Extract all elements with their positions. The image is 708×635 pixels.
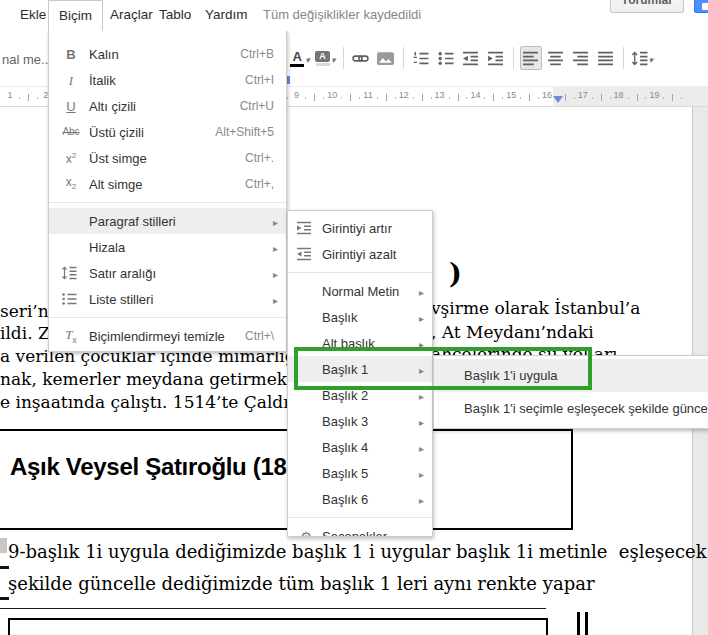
align-left-button[interactable] [520, 46, 542, 70]
align-right-button[interactable] [570, 46, 592, 70]
format-menu: B Kalın Ctrl+B I İtalik Ctrl+I U Altı çi… [48, 30, 287, 352]
menu-item-baslik-6[interactable]: Başlık 6 [288, 486, 432, 512]
menu-tablo[interactable]: Tablo [159, 0, 191, 30]
ruler-dot [19, 97, 20, 99]
ruler-tick [529, 94, 530, 101]
ruler-number: 16 [542, 90, 552, 100]
menu-item-alt-simge[interactable]: x2 Alt simge Ctrl+, [49, 171, 286, 197]
ruler-number: 18 [614, 90, 624, 100]
italic-icon: I [59, 74, 83, 87]
menu-item-baslik[interactable]: Başlık [288, 304, 432, 330]
ruler-dot [341, 97, 342, 99]
ruler-tick [386, 94, 387, 101]
ruler-tick [601, 94, 602, 101]
line-spacing-icon [631, 50, 648, 67]
menu-item-ust-simge[interactable]: x2 Üst simge Ctrl+. [49, 145, 286, 171]
menu-item-italik[interactable]: I İtalik Ctrl+I [49, 67, 286, 93]
doc-table-heading: Aşık Veysel Şatıroğlu (18 [10, 453, 287, 481]
google-docs-window: seri’nin vşirme olarak İstanbul’a ildi. … [0, 0, 708, 635]
highlight-color-button[interactable]: A [314, 46, 337, 70]
line-spacing-button[interactable] [630, 46, 655, 70]
ruler-dot [610, 97, 611, 99]
submenu-arrow-icon [419, 284, 424, 299]
menu-item-ustu-cizili[interactable]: Abc Üstü çizili Alt+Shift+5 [49, 119, 286, 145]
menu-item-baslik-4[interactable]: Başlık 4 [288, 434, 432, 460]
decrease-indent-button[interactable] [460, 46, 482, 70]
menu-separator [49, 202, 286, 203]
comments-button[interactable]: Yorumlar [610, 0, 684, 13]
save-status: Tüm değişiklikler kaydedildi [263, 0, 421, 30]
increase-indent-button[interactable] [485, 46, 507, 70]
doc-text-fragment: , At Meydanı’ndaki [431, 322, 594, 342]
toolbar-separator [343, 47, 344, 69]
superscript-icon: x2 [59, 152, 83, 165]
menu-item-bicimlendirmeyi-temizle[interactable]: Tx Biçimlendirmeyi temizle Ctrl+\ [49, 323, 286, 349]
ruler-tick [637, 94, 638, 101]
ruler-tick [28, 94, 29, 101]
ruler-dot [359, 97, 360, 99]
toolbar-separator [513, 47, 514, 69]
menu-separator [288, 517, 432, 518]
link-icon [352, 50, 369, 67]
submenu-arrow-icon [273, 292, 278, 307]
ruler-dot [681, 97, 682, 99]
menu-item-secenekler[interactable]: ⚙ Seçenekler [288, 523, 432, 537]
insert-link-button[interactable] [350, 46, 372, 70]
menu-item-girintiyi-azalt[interactable]: Girintiyi azalt [288, 241, 432, 267]
page-edge-artifact [0, 538, 7, 553]
menu-item-liste-stilleri[interactable]: Liste stilleri [49, 286, 286, 312]
highlight-color-icon: A [315, 51, 330, 66]
ruler-dot [484, 97, 485, 99]
menu-item-satir-araligi[interactable]: Satır aralığı [49, 260, 286, 286]
ruler-tick [565, 94, 566, 101]
ruler-dot [645, 97, 646, 99]
menu-item-girintiyi-artir[interactable]: Girintiyi artır [288, 215, 432, 241]
ruler-dot [413, 97, 414, 99]
menu-araclar[interactable]: Araçlar [110, 0, 153, 30]
increase-indent-icon [487, 50, 504, 67]
menu-item-baslik-5[interactable]: Başlık 5 [288, 460, 432, 486]
doc-heading-fragment: ) [449, 258, 462, 289]
menu-item-hizala[interactable]: Hizala [49, 234, 286, 260]
ruler-dot [520, 97, 521, 99]
numbered-list-button[interactable] [410, 46, 432, 70]
ruler-number: 9 [294, 90, 299, 100]
right-indent-marker[interactable] [553, 96, 563, 103]
align-center-button[interactable] [545, 46, 567, 70]
doc-horizontal-rule [0, 608, 546, 609]
menu-item-paragraf-stilleri[interactable]: Paragraf stilleri [49, 208, 286, 234]
menu-item-alti-cizili[interactable]: U Altı çizili Ctrl+U [49, 93, 286, 119]
text-color-icon: A [290, 50, 304, 67]
menu-yardim[interactable]: Yardım [205, 0, 248, 30]
submenu-arrow-icon [419, 310, 424, 325]
bulleted-list-button[interactable] [435, 46, 457, 70]
justify-button[interactable] [595, 46, 617, 70]
green-highlight-box [294, 347, 592, 390]
ruler-number: 12 [399, 90, 409, 100]
doc-bottom-table[interactable] [8, 618, 548, 635]
menu-ekle[interactable]: Ekle [20, 0, 46, 30]
bold-icon: B [59, 48, 83, 61]
ruler-tick [493, 94, 494, 101]
text-color-button[interactable]: A [289, 46, 311, 70]
submenu-arrow-icon [419, 414, 424, 429]
menu-bicim[interactable]: Biçim [48, 0, 103, 31]
menu-item-kalin[interactable]: B Kalın Ctrl+B [49, 41, 286, 67]
ruler-dot [663, 97, 664, 99]
doc-paragraph-line: 9-başlık 1i uygula dediğimizde başlık 1 … [8, 541, 707, 562]
share-button[interactable] [694, 0, 708, 13]
paragraph-style-dropdown[interactable]: nal me... [2, 52, 52, 67]
page-edge-artifact [0, 597, 9, 600]
lock-icon [702, 3, 708, 10]
insert-image-button[interactable] [375, 46, 397, 70]
chevron-down-icon [304, 49, 310, 67]
menu-item-baslik-1i-guncelle[interactable]: Başlık 1'i seçimle eşleşecek şekilde gün… [434, 392, 708, 425]
ruler-number: 1 [7, 90, 12, 100]
clear-formatting-icon: Tx [59, 328, 83, 345]
menu-item-baslik-3[interactable]: Başlık 3 [288, 408, 432, 434]
subscript-icon: x2 [59, 176, 83, 191]
ruler-dot [37, 97, 38, 99]
menu-item-normal-metin[interactable]: Normal Metin [288, 278, 432, 304]
submenu-arrow-icon [419, 440, 424, 455]
doc-text-fragment: e inşaatında çalıştı. 1514’te Çaldıran, [0, 392, 323, 412]
